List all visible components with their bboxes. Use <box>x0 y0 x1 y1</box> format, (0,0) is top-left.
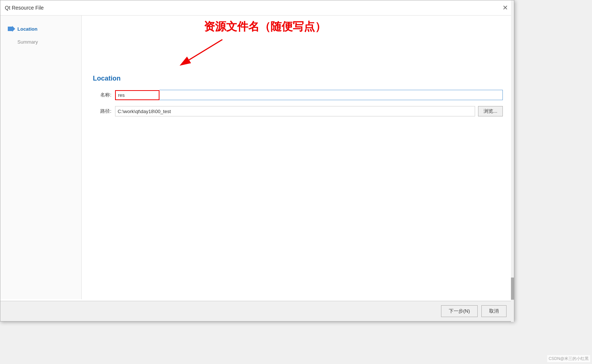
svg-line-2 <box>189 40 222 60</box>
title-bar: Qt Resource File ✕ <box>0 0 514 16</box>
dialog: Qt Resource File ✕ Location Summary 资源文件… <box>0 0 514 322</box>
next-button[interactable]: 下一步(N) <box>441 305 478 317</box>
section-title: Location <box>93 75 503 82</box>
bottom-bar: 下一步(N) 取消 <box>0 301 514 321</box>
annotation-container: 资源文件名（随便写点） <box>156 19 415 78</box>
close-icon: ✕ <box>502 4 508 12</box>
annotation-text: 资源文件名（随便写点） <box>204 19 326 34</box>
scrollbar <box>511 0 514 322</box>
dialog-title: Qt Resource File <box>5 5 44 11</box>
path-label: 路径: <box>93 108 111 115</box>
watermark: CSDN@米三的小红黑 <box>547 355 590 362</box>
close-button[interactable]: ✕ <box>501 3 509 12</box>
arrow-right-icon <box>8 26 15 32</box>
sidebar-location-label: Location <box>17 26 37 32</box>
dialog-body: Location Summary 资源文件名（随便写点） <box>0 16 514 299</box>
sidebar-item-summary[interactable]: Summary <box>4 36 78 48</box>
browse-button[interactable]: 浏览... <box>478 106 503 116</box>
name-input-main[interactable] <box>159 90 503 100</box>
annotation-arrow-svg <box>156 19 285 78</box>
name-form-row: 名称: <box>93 90 503 100</box>
scrollbar-thumb[interactable] <box>511 278 514 300</box>
svg-marker-0 <box>8 26 15 32</box>
path-input[interactable] <box>115 106 475 116</box>
cancel-button[interactable]: 取消 <box>481 305 507 317</box>
content-area: 资源文件名（随便写点） Location 名称: <box>82 16 514 299</box>
sidebar-item-location[interactable]: Location <box>4 23 78 35</box>
path-form-row: 路径: 浏览... <box>93 106 503 116</box>
name-input-container <box>115 90 503 100</box>
name-label: 名称: <box>93 92 111 98</box>
name-input-box[interactable] <box>115 90 159 100</box>
sidebar-summary-label: Summary <box>17 39 38 45</box>
sidebar: Location Summary <box>0 16 82 299</box>
